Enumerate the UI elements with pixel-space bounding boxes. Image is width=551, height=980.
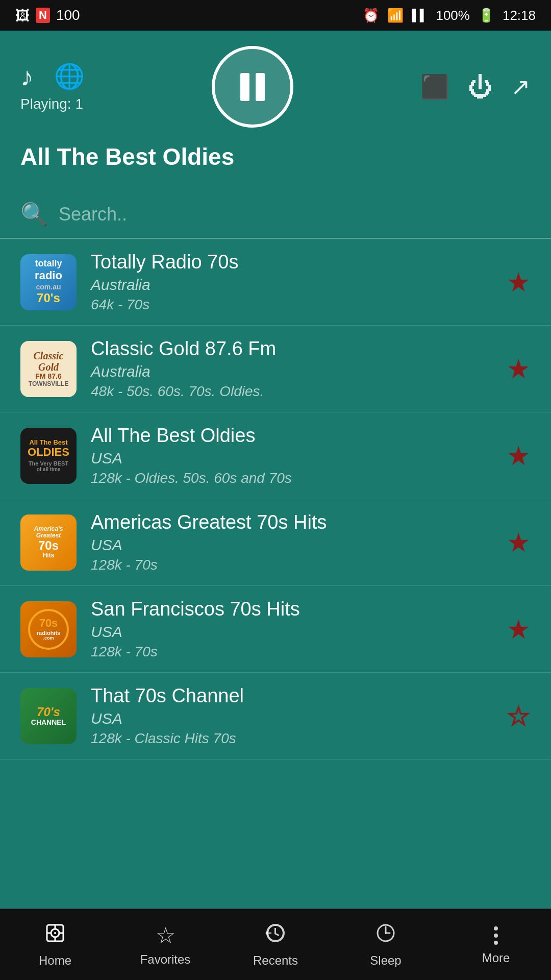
station-details: 128k - Classic Hits 70s (91, 730, 492, 747)
station-logo: All The Best OLDIES The Very BEST of all… (20, 428, 77, 484)
pause-icon (240, 73, 265, 101)
playing-label: Playing: 1 (20, 96, 83, 112)
pause-bar-left (240, 73, 249, 101)
nav-label-home: Home (39, 953, 71, 968)
home-icon (44, 922, 66, 949)
pause-button[interactable] (212, 46, 293, 128)
station-name: That 70s Channel (91, 685, 492, 707)
bottom-nav: Home ☆ Favorites Recents Sleep (0, 909, 551, 980)
left-controls: ♪ 🌐 Playing: 1 (20, 61, 85, 112)
search-input[interactable] (59, 204, 531, 225)
nav-item-recents[interactable]: Recents (220, 922, 331, 968)
station-country: USA (91, 536, 492, 554)
player-controls: ♪ 🌐 Playing: 1 ⬛ ⏻ ↗ (20, 46, 531, 128)
station-name: All The Best Oldies (91, 425, 492, 447)
favorite-star[interactable]: ☆ (507, 701, 531, 731)
nav-label-more: More (482, 951, 510, 965)
nav-item-home[interactable]: Home (0, 922, 110, 968)
recents-icon (264, 922, 287, 949)
time-label: 12:18 (503, 8, 536, 23)
station-logo: 70s radiohits .com (20, 601, 77, 657)
favorite-star[interactable]: ★ (507, 527, 531, 558)
status-right: ⏰ 📶 ▌▌ 100% 🔋 12:18 (363, 8, 536, 23)
status-bar: 🖼 N 12:18 100 ⏰ 📶 ▌▌ 100% 🔋 12:18 (0, 0, 551, 31)
svg-point-2 (54, 932, 56, 934)
station-details: 64k - 70s (91, 297, 492, 313)
favorite-star[interactable]: ★ (507, 354, 531, 384)
station-logo: totally radio com.au 70's (20, 254, 77, 310)
stop-icon[interactable]: ⬛ (420, 73, 449, 101)
station-name: Classic Gold 87.6 Fm (91, 338, 492, 360)
station-logo: Classic Gold FM 87.6 TOWNSVILLE (20, 341, 77, 397)
station-info: Totally Radio 70s Australia 64k - 70s (91, 251, 492, 313)
station-info: All The Best Oldies USA 128k - Oldies. 5… (91, 425, 492, 486)
station-info: Classic Gold 87.6 Fm Australia 48k - 50s… (91, 338, 492, 400)
globe-icon[interactable]: 🌐 (54, 62, 85, 91)
station-info: Americas Greatest 70s Hits USA 128k - 70… (91, 511, 492, 573)
station-country: Australia (91, 363, 492, 380)
station-country: USA (91, 450, 492, 467)
power-icon[interactable]: ⏻ (468, 73, 492, 101)
station-name: Americas Greatest 70s Hits (91, 511, 492, 533)
station-country: USA (91, 623, 492, 641)
station-item[interactable]: Classic Gold FM 87.6 TOWNSVILLE Classic … (0, 326, 551, 412)
alarm-icon: ⏰ (363, 8, 379, 23)
station-item[interactable]: America's Greatest 70s Hits Americas Gre… (0, 499, 551, 586)
station-list: totally radio com.au 70's Totally Radio … (0, 239, 551, 760)
nav-label-sleep: Sleep (370, 953, 401, 968)
station-details: 128k - 70s (91, 644, 492, 660)
nav-item-sleep[interactable]: Sleep (331, 922, 441, 968)
wifi-icon: 📶 (387, 8, 404, 23)
app-icon: N (36, 8, 50, 23)
favorite-star[interactable]: ★ (507, 614, 531, 645)
nav-item-favorites[interactable]: ☆ Favorites (110, 922, 220, 967)
station-name: San Franciscos 70s Hits (91, 598, 492, 620)
station-logo: America's Greatest 70s Hits (20, 514, 77, 571)
nav-label-recents: Recents (253, 953, 298, 968)
favorite-star[interactable]: ★ (507, 267, 531, 298)
battery-label: 100% (436, 8, 470, 23)
station-item[interactable]: All The Best OLDIES The Very BEST of all… (0, 412, 551, 499)
station-details: 48k - 50s. 60s. 70s. Oldies. (91, 383, 492, 400)
search-icon: 🔍 (20, 201, 48, 228)
station-item[interactable]: 70's CHANNEL That 70s Channel USA 128k -… (0, 673, 551, 760)
station-country: Australia (91, 276, 492, 293)
left-icons: ♪ 🌐 (20, 61, 85, 92)
station-details: 128k - Oldies. 50s. 60s and 70s (91, 470, 492, 486)
station-title: All The Best Oldies (20, 138, 531, 181)
main-content: ♪ 🌐 Playing: 1 ⬛ ⏻ ↗ All The Best Oldies (0, 31, 551, 909)
favorites-icon: ☆ (156, 922, 176, 948)
sleep-icon (374, 922, 397, 949)
favorite-star[interactable]: ★ (507, 440, 531, 471)
pause-bar-right (256, 73, 265, 101)
nav-item-more[interactable]: More (441, 924, 551, 965)
search-bar[interactable]: 🔍 (0, 191, 551, 239)
station-item[interactable]: totally radio com.au 70's Totally Radio … (0, 239, 551, 326)
station-item[interactable]: 70s radiohits .com San Franciscos 70s Hi… (0, 586, 551, 673)
nav-label-favorites: Favorites (140, 952, 191, 967)
status-left: 🖼 N 12:18 100 (15, 7, 80, 24)
more-icon (494, 924, 498, 947)
share-icon[interactable]: ↗ (511, 73, 531, 101)
station-country: USA (91, 710, 492, 727)
station-name: Totally Radio 70s (91, 251, 492, 273)
station-logo: 70's CHANNEL (20, 688, 77, 744)
right-controls: ⬛ ⏻ ↗ (420, 73, 531, 101)
station-info: That 70s Channel USA 128k - Classic Hits… (91, 685, 492, 747)
carrier-number: 100 (56, 7, 80, 23)
music-note-icon[interactable]: ♪ (20, 61, 34, 92)
player-area: ♪ 🌐 Playing: 1 ⬛ ⏻ ↗ All The Best Oldies (0, 31, 551, 191)
station-details: 128k - 70s (91, 557, 492, 573)
signal-icon: ▌▌ (412, 9, 428, 22)
station-info: San Franciscos 70s Hits USA 128k - 70s (91, 598, 492, 660)
photo-icon: 🖼 (15, 7, 30, 24)
battery-icon: 🔋 (478, 8, 494, 23)
